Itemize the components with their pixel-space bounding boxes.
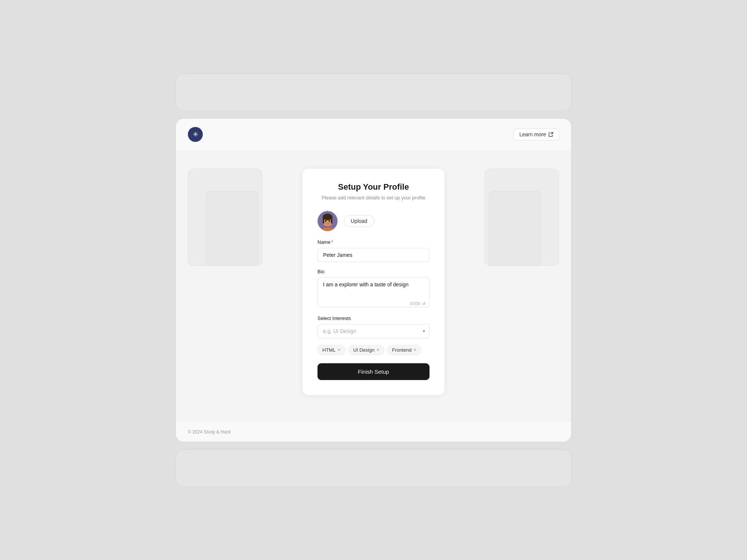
top-decorative-card [176, 74, 571, 111]
resize-icon [422, 301, 426, 305]
avatar [317, 211, 338, 231]
main-card: ✳ Learn more Setup Your Profile Please a… [176, 118, 571, 442]
name-input[interactable] [317, 248, 430, 262]
name-field-group: Name* [317, 239, 430, 262]
bio-textarea-wrapper: I am a explorer with a taste of design 0… [317, 277, 430, 309]
tag-html-remove[interactable]: × [337, 347, 340, 352]
avatar-upload-row: Upload [317, 211, 430, 231]
upload-label: Upload [351, 218, 367, 224]
upload-button[interactable]: Upload [344, 215, 374, 227]
main-card-header: ✳ Learn more [176, 119, 571, 150]
tags-row: HTML × UI Design × Frontend × [317, 345, 430, 355]
tag-ui-design: UI Design × [348, 345, 384, 355]
interests-label: Select Interests [317, 315, 430, 321]
bg-card-right-inner [489, 191, 541, 266]
char-count: 0/200 [410, 301, 426, 306]
tag-html: HTML × [317, 345, 345, 355]
form-title: Setup Your Profile [317, 182, 430, 192]
tag-frontend-label: Frontend [392, 347, 412, 353]
learn-more-button[interactable]: Learn more [514, 128, 559, 140]
tag-ui-design-label: UI Design [353, 347, 375, 353]
required-indicator: * [331, 239, 333, 245]
finish-setup-button[interactable]: Finish Setup [317, 363, 430, 380]
name-label: Name* [317, 239, 430, 245]
bg-card-left-inner [206, 191, 258, 266]
external-link-icon [548, 132, 554, 137]
app-logo: ✳ [188, 127, 203, 142]
svg-point-5 [325, 220, 326, 221]
tag-frontend-remove[interactable]: × [413, 347, 416, 352]
finish-setup-label: Finish Setup [358, 368, 389, 375]
tag-html-label: HTML [322, 347, 335, 353]
tag-ui-design-remove[interactable]: × [376, 347, 379, 352]
logo-icon: ✳ [193, 130, 198, 139]
tag-frontend: Frontend × [387, 345, 421, 355]
interests-dropdown-wrapper: e.g. UI Design UI Design HTML Frontend B… [317, 324, 430, 338]
main-card-body: Setup Your Profile Please add relevant d… [176, 150, 571, 421]
bio-label: Bio [317, 269, 430, 274]
bottom-decorative-card [176, 449, 571, 487]
outer-wrapper: ✳ Learn more Setup Your Profile Please a… [19, 19, 728, 541]
svg-rect-3 [323, 217, 324, 224]
profile-form-card: Setup Your Profile Please add relevant d… [303, 169, 444, 395]
svg-rect-4 [331, 217, 332, 224]
form-subtitle: Please add relevant details to set up yo… [317, 195, 430, 200]
svg-point-6 [329, 220, 330, 221]
footer-copyright: © 2024 Study & Hack [188, 429, 231, 435]
learn-more-label: Learn more [519, 131, 546, 137]
interests-field-group: Select Interests e.g. UI Design UI Desig… [317, 315, 430, 338]
main-card-footer: © 2024 Study & Hack [176, 421, 571, 442]
bio-field-group: Bio I am a explorer with a taste of desi… [317, 269, 430, 309]
avatar-image [317, 211, 338, 231]
interests-select[interactable]: e.g. UI Design UI Design HTML Frontend B… [317, 324, 430, 338]
